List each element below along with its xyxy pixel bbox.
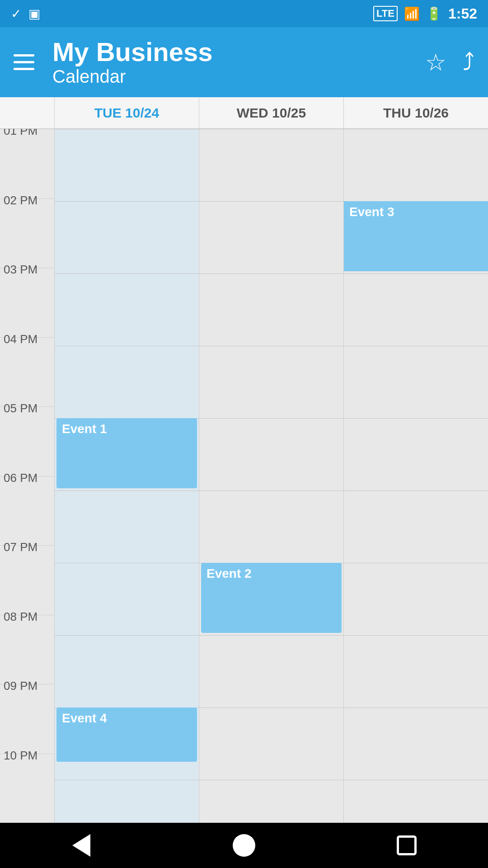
app-title-block: My Business Calendar (52, 38, 425, 87)
day-header-wed[interactable]: WED 10/25 (199, 97, 343, 128)
time-slot-03pm: 03 PM (0, 268, 54, 337)
event-1[interactable]: Event 1 (56, 418, 197, 488)
day-column-thu: Event 3 (343, 129, 488, 823)
day-headers: TUE 10/24 WED 10/25 THU 10/26 (0, 97, 488, 129)
time-slot-09pm: 09 PM (0, 684, 54, 754)
checkmark-icon: ✓ (11, 6, 21, 21)
event-1-label: Event 1 (62, 422, 107, 436)
clock: 1:52 (448, 5, 477, 22)
signal-icon: 📶 (404, 6, 420, 21)
event-3[interactable]: Event 3 (344, 201, 488, 271)
time-gutter: 01 PM 02 PM 03 PM 04 PM 05 PM 06 PM 07 P… (0, 129, 54, 823)
battery-icon: 🔋 (426, 6, 442, 21)
nav-bar (0, 823, 488, 868)
time-slot-07pm: 07 PM (0, 545, 54, 615)
event-3-label: Event 3 (349, 205, 394, 219)
time-slot-06pm: 06 PM (0, 476, 54, 546)
star-icon[interactable]: ☆ (425, 49, 446, 76)
event-4[interactable]: Event 4 (56, 708, 197, 762)
event-4-label: Event 4 (62, 711, 107, 725)
menu-button[interactable] (14, 54, 34, 70)
day-header-thu[interactable]: THU 10/26 (343, 97, 488, 128)
time-gutter-header (0, 97, 54, 128)
home-button[interactable] (226, 827, 262, 863)
time-slot-05pm: 05 PM (0, 406, 54, 476)
app-bar: My Business Calendar ☆ ⤴ (0, 27, 488, 97)
lte-indicator: LTE (373, 6, 398, 21)
time-slot-04pm: 04 PM (0, 337, 54, 407)
app-title-main: My Business (52, 38, 425, 66)
sd-card-icon: ▣ (28, 6, 40, 21)
event-2[interactable]: Event 2 (201, 563, 342, 633)
app-bar-actions: ☆ ⤴ (425, 49, 474, 76)
time-slot-01pm: 01 PM (0, 129, 54, 198)
day-column-wed: Event 2 (199, 129, 343, 823)
share-icon[interactable]: ⤴ (463, 49, 474, 76)
day-header-tue[interactable]: TUE 10/24 (54, 97, 199, 128)
time-slot-02pm: 02 PM (0, 198, 54, 268)
event-2-label: Event 2 (206, 566, 252, 580)
status-bar: ✓ ▣ LTE 📶 🔋 1:52 (0, 0, 488, 27)
recents-button[interactable] (389, 827, 425, 863)
time-slot-10pm: 10 PM (0, 754, 54, 823)
back-button[interactable] (63, 827, 99, 863)
app-title-sub: Calendar (52, 66, 425, 87)
time-slot-08pm: 08 PM (0, 615, 54, 684)
day-column-tue: Event 1 Event 4 (54, 129, 199, 823)
calendar-body: 01 PM 02 PM 03 PM 04 PM 05 PM 06 PM 07 P… (0, 129, 488, 823)
days-grid: Event 1 Event 4 Event 2 (54, 129, 488, 823)
